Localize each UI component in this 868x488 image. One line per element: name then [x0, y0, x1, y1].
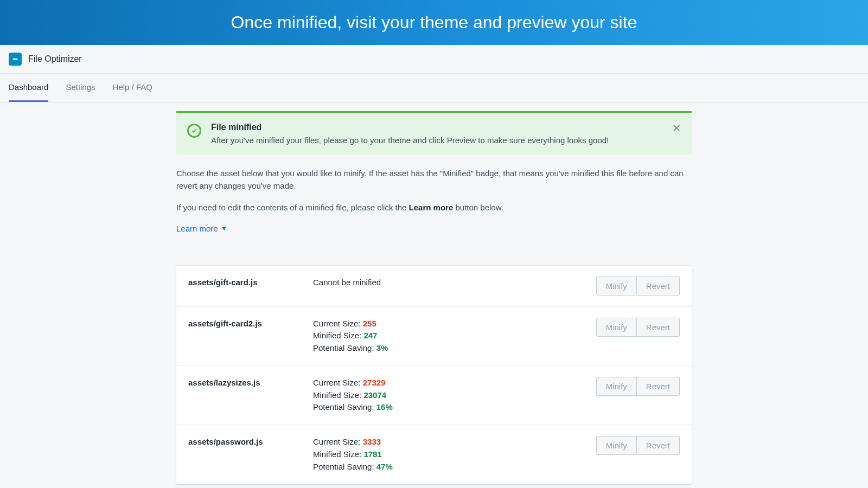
file-actions: MinifyRevert: [596, 318, 680, 337]
file-stats: Current Size: 27329Minified Size: 23074P…: [313, 377, 596, 414]
file-stats: Current Size: 3333Minified Size: 1781Pot…: [313, 436, 596, 473]
potential-saving-line: Potential Saving: 16%: [313, 401, 596, 413]
file-row: assets/gift-card2.jsCurrent Size: 255Min…: [176, 307, 692, 366]
tab-settings[interactable]: Settings: [66, 74, 95, 102]
file-list: assets/gift-card.jsCannot be minifiedMin…: [176, 266, 692, 485]
minify-button[interactable]: Minify: [596, 277, 637, 296]
revert-button[interactable]: Revert: [637, 377, 680, 396]
file-name: assets/lazysizes.js: [188, 377, 313, 387]
file-stats: Current Size: 255Minified Size: 247Poten…: [313, 318, 596, 355]
app-title: File Optimizer: [28, 54, 82, 64]
file-row: assets/password.jsCurrent Size: 3333Mini…: [176, 425, 692, 484]
intro2-pre: If you need to edit the contents of a mi…: [176, 203, 409, 212]
success-alert: File minified After you've minified your…: [176, 111, 692, 155]
potential-saving-line: Potential Saving: 47%: [313, 461, 596, 473]
caret-down-icon: ▼: [221, 225, 227, 232]
file-actions: MinifyRevert: [596, 377, 680, 396]
close-icon[interactable]: [670, 121, 683, 134]
file-row: assets/lazysizes.jsCurrent Size: 27329Mi…: [176, 366, 692, 425]
tab-bar: Dashboard Settings Help / FAQ: [0, 74, 868, 102]
learn-more-label: Learn more: [176, 224, 218, 233]
minified-size-line: Minified Size: 23074: [313, 389, 596, 401]
app-header: File Optimizer: [0, 45, 868, 74]
intro-paragraph-1: Choose the asset below that you would li…: [176, 168, 692, 192]
file-stats: Cannot be minified: [313, 277, 596, 288]
tab-dashboard[interactable]: Dashboard: [9, 74, 48, 102]
file-actions: MinifyRevert: [596, 277, 680, 296]
main-content: File minified After you've minified your…: [176, 102, 692, 484]
learn-more-link[interactable]: Learn more ▼: [176, 224, 227, 233]
minified-size-line: Minified Size: 1781: [313, 448, 596, 460]
hero-banner: Once minified, visit your theme and prev…: [0, 0, 868, 45]
current-size-line: Current Size: 255: [313, 318, 596, 330]
minify-button[interactable]: Minify: [596, 436, 637, 455]
intro2-bold: Learn more: [409, 203, 454, 212]
file-name: assets/password.js: [188, 436, 313, 446]
file-name: assets/gift-card2.js: [188, 318, 313, 328]
revert-button[interactable]: Revert: [637, 436, 680, 455]
intro2-post: button below.: [453, 203, 503, 212]
check-circle-icon: [187, 124, 201, 138]
alert-title: File minified: [211, 123, 681, 132]
file-actions: MinifyRevert: [596, 436, 680, 455]
file-name: assets/gift-card.js: [188, 277, 313, 287]
alert-text: After you've minified your files, please…: [211, 136, 681, 145]
revert-button[interactable]: Revert: [637, 318, 680, 337]
minified-size-line: Minified Size: 247: [313, 330, 596, 342]
minify-button[interactable]: Minify: [596, 377, 637, 396]
potential-saving-line: Potential Saving: 3%: [313, 342, 596, 354]
minify-button[interactable]: Minify: [596, 318, 637, 337]
intro-paragraph-2: If you need to edit the contents of a mi…: [176, 202, 692, 214]
current-size-line: Current Size: 3333: [313, 436, 596, 448]
tab-help-faq[interactable]: Help / FAQ: [113, 74, 152, 102]
current-size-line: Current Size: 27329: [313, 377, 596, 389]
app-logo-icon: [9, 53, 22, 66]
file-row: assets/gift-card.jsCannot be minifiedMin…: [176, 266, 692, 307]
revert-button[interactable]: Revert: [637, 277, 680, 296]
svg-rect-0: [12, 59, 17, 60]
